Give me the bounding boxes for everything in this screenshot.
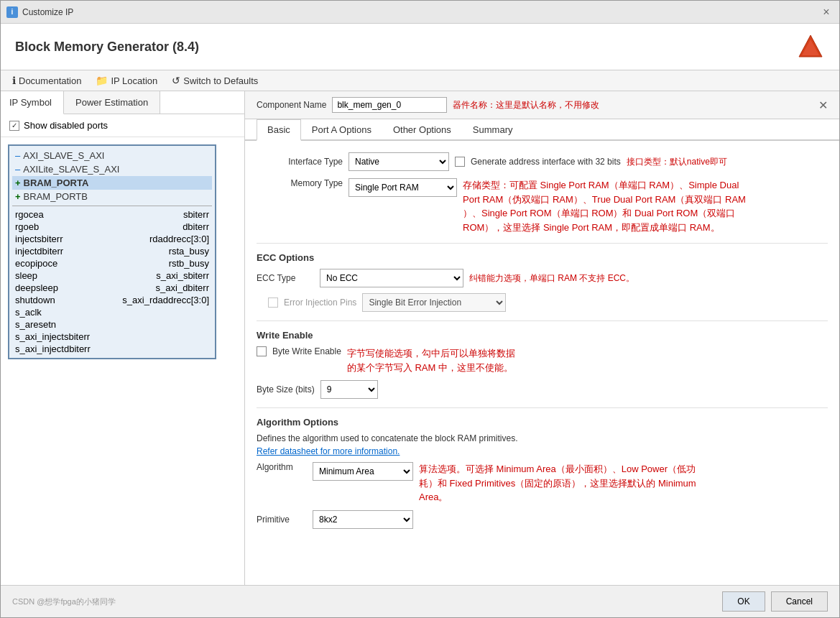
refresh-icon: ↺: [172, 75, 180, 86]
port-name: AXILite_SLAVE_S_AXI: [23, 164, 119, 175]
generate-address-label: Generate address interface with 32 bits: [471, 157, 621, 167]
signal-row-4: ecopipoce rstb_busy: [12, 257, 212, 269]
byte-write-comment: 字节写使能选项，勾中后可以单独将数据 的某个字节写入 RAM 中，这里不使能。: [347, 346, 515, 374]
title-bar-text: Customize IP: [22, 7, 819, 17]
toolbar: ℹ Documentation 📁 IP Location ↺ Switch t…: [1, 70, 839, 91]
signal-row-3: injectdbiterr rsta_busy: [12, 245, 212, 257]
show-ports-checkbox[interactable]: [9, 121, 19, 131]
port-axilite-slave[interactable]: – AXILite_SLAVE_S_AXI: [12, 162, 212, 176]
signal-row-10: s_axi_injectsbiterr: [12, 331, 212, 343]
byte-write-checkbox[interactable]: [257, 346, 267, 356]
ecc-type-row: ECC Type No ECC Hamming 纠错能力选项，单端口 RAM 不…: [257, 269, 828, 287]
port-bram-porta[interactable]: + BRAM_PORTA: [12, 176, 212, 190]
primitive-select[interactable]: 8kx2 16kx2 32kx2: [313, 510, 413, 529]
xilinx-logo: [796, 32, 825, 61]
algo-desc2[interactable]: Refer datasheet for more information.: [257, 446, 828, 456]
ip-diagram: – AXI_SLAVE_S_AXI – AXILite_SLAVE_S_AXI …: [1, 137, 244, 585]
port-name: BRAM_PORTA: [24, 177, 89, 188]
algorithm-comment: 算法选项。可选择 Minimum Area（最小面积）、Low Power（低功…: [419, 462, 696, 504]
main-window: i Customize IP × Block Memory Generator …: [0, 0, 840, 618]
component-name-input[interactable]: [332, 97, 447, 113]
close-button[interactable]: ×: [819, 5, 834, 19]
divider-3: [257, 407, 828, 408]
right-tabs: Basic Port A Options Other Options Summa…: [245, 119, 839, 141]
divider-2: [257, 320, 828, 321]
show-ports-row: Show disabled ports: [1, 114, 244, 137]
component-name-label: Component Name: [257, 100, 326, 110]
byte-size-select[interactable]: 9 8: [320, 380, 378, 399]
error-injection-checkbox[interactable]: [268, 298, 278, 308]
expand-icon: +: [15, 177, 21, 188]
signal-row-11: s_axi_injectdbiterr: [12, 343, 212, 355]
right-panel: Component Name 器件名称：这里是默认名称，不用修改 ✕ Basic…: [245, 91, 839, 585]
signal-row-5: sleep s_axi_sbiterr: [12, 269, 212, 282]
cancel-button[interactable]: Cancel: [771, 591, 828, 612]
port-axi-slave[interactable]: – AXI_SLAVE_S_AXI: [12, 149, 212, 162]
tab-summary[interactable]: Summary: [462, 119, 524, 141]
signal-row-0: rgocea sbiterr: [12, 208, 212, 221]
tab-other-options[interactable]: Other Options: [382, 119, 462, 141]
memory-type-row: Memory Type Single Port RAM Simple Dual …: [257, 178, 828, 234]
defaults-label: Switch to Defaults: [183, 75, 258, 86]
app-header: Block Memory Generator (8.4): [1, 24, 839, 70]
watermark: CSDN @想学fpga的小猪同学: [12, 596, 116, 607]
byte-write-label: Byte Write Enable: [272, 346, 341, 356]
switch-defaults-button[interactable]: ↺ Switch to Defaults: [172, 75, 258, 86]
interface-type-row: Interface Type Native AXI4 AXI4 Lite Gen…: [257, 152, 828, 171]
port-bram-portb[interactable]: + BRAM_PORTB: [12, 190, 212, 203]
component-name-comment: 器件名称：这里是默认名称，不用修改: [453, 99, 599, 111]
write-section-header: Write Enable: [257, 330, 828, 341]
tab-basic[interactable]: Basic: [257, 119, 301, 141]
memory-type-label: Memory Type: [257, 178, 343, 188]
ecc-type-comment: 纠错能力选项，单端口 RAM 不支持 ECC。: [469, 272, 634, 285]
main-content: IP Symbol Power Estimation Show disabled…: [1, 91, 839, 585]
generate-address-checkbox[interactable]: [455, 157, 465, 167]
memory-type-comment: 存储类型：可配置 Single Port RAM（单端口 RAM）、Simple…: [463, 178, 746, 234]
port-icon: –: [15, 150, 20, 161]
left-tabs: IP Symbol Power Estimation: [1, 91, 244, 114]
signal-row-9: s_aresetn: [12, 318, 212, 331]
app-icon: i: [6, 6, 18, 18]
bottom-bar: CSDN @想学fpga的小猪同学 OK Cancel: [1, 585, 839, 617]
algorithm-row: Algorithm Minimum Area Low Power Fixed P…: [257, 462, 828, 504]
byte-size-label: Byte Size (bits): [257, 384, 315, 395]
error-injection-label: Error Injection Pins: [284, 298, 356, 308]
memory-type-select[interactable]: Single Port RAM Simple Dual Port RAM Tru…: [349, 178, 457, 197]
tab-ip-symbol[interactable]: IP Symbol: [1, 91, 64, 114]
folder-icon: 📁: [96, 75, 108, 86]
port-name: AXI_SLAVE_S_AXI: [23, 150, 104, 161]
divider-1: [257, 243, 828, 244]
component-name-bar: Component Name 器件名称：这里是默认名称，不用修改 ✕: [245, 91, 839, 119]
ok-button[interactable]: OK: [722, 591, 765, 612]
error-injection-select[interactable]: Single Bit Error Injection Double Bit Er…: [362, 293, 506, 312]
port-icon: –: [15, 164, 20, 175]
port-name: BRAM_PORTB: [24, 191, 88, 202]
tab-power-estimation[interactable]: Power Estimation: [64, 91, 160, 114]
tab-port-a[interactable]: Port A Options: [301, 119, 382, 141]
algo-section-header: Algorithm Options: [257, 417, 828, 428]
byte-size-row: Byte Size (bits) 9 8: [257, 380, 828, 399]
signal-row-1: rgoeb dbiterr: [12, 221, 212, 233]
clear-component-name-button[interactable]: ✕: [818, 98, 828, 112]
error-injection-row: Error Injection Pins Single Bit Error In…: [268, 293, 828, 312]
ip-location-button[interactable]: 📁 IP Location: [96, 75, 157, 86]
ecc-type-select[interactable]: No ECC Hamming: [320, 269, 463, 287]
interface-type-select[interactable]: Native AXI4 AXI4 Lite: [349, 152, 449, 171]
info-icon: ℹ: [12, 75, 16, 86]
signal-row-6: deepsleep s_axi_dbiterr: [12, 282, 212, 294]
ecc-type-label: ECC Type: [257, 273, 314, 283]
show-ports-label: Show disabled ports: [24, 120, 108, 131]
byte-write-row: Byte Write Enable 字节写使能选项，勾中后可以单独将数据 的某个…: [257, 346, 828, 374]
signal-row-2: injectsbiterr rdaddrecc[3:0]: [12, 233, 212, 245]
location-label: IP Location: [111, 75, 157, 86]
generate-address-comment: 接口类型：默认native即可: [627, 156, 727, 168]
algorithm-select[interactable]: Minimum Area Low Power Fixed Primitives: [313, 462, 413, 481]
documentation-button[interactable]: ℹ Documentation: [12, 75, 81, 86]
right-tab-content: Interface Type Native AXI4 AXI4 Lite Gen…: [245, 141, 839, 585]
primitive-label: Primitive: [257, 515, 307, 525]
interface-type-label: Interface Type: [257, 157, 343, 167]
signal-row-7: shutdown s_axi_rdaddrecc[3:0]: [12, 294, 212, 306]
documentation-label: Documentation: [19, 75, 81, 86]
title-bar: i Customize IP ×: [1, 1, 839, 24]
signal-row-8: s_aclk: [12, 306, 212, 318]
